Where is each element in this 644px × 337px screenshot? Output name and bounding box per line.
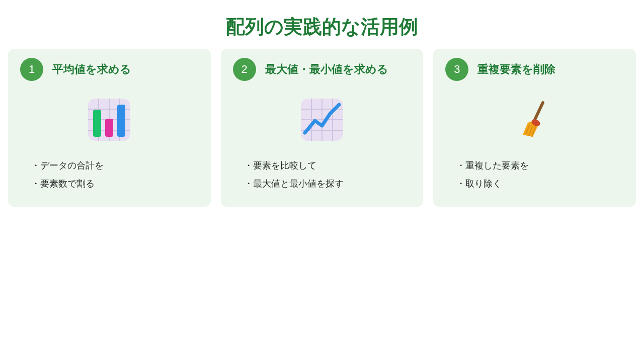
card-minmax: 2 最大値・最小値を求める 要素を比較して 最大値と最小値を探す	[221, 49, 424, 207]
card-header: 2 最大値・最小値を求める	[233, 58, 412, 81]
card-bullets: 要素を比較して 最大値と最小値を探す	[233, 156, 412, 193]
svg-rect-8	[105, 119, 113, 137]
svg-rect-7	[93, 110, 101, 137]
card-title: 平均値を求める	[52, 62, 131, 77]
card-number-badge: 3	[445, 58, 468, 81]
page-title: 配列の実践的な活用例	[0, 0, 644, 49]
bullet-item: 要素を比較して	[253, 156, 412, 175]
bullet-item: 最大値と最小値を探す	[253, 175, 412, 193]
card-title: 重複要素を削除	[477, 62, 555, 77]
svg-rect-9	[117, 105, 125, 137]
bullet-item: 取り除く	[465, 175, 624, 193]
card-header: 1 平均値を求める	[20, 58, 199, 81]
card-number-badge: 2	[233, 58, 256, 81]
card-number-badge: 1	[20, 58, 43, 81]
bullet-item: 重複した要素を	[465, 156, 624, 175]
svg-line-17	[534, 103, 543, 122]
card-bullets: データの合計を 要素数で割る	[20, 156, 199, 193]
line-chart-icon	[233, 92, 412, 147]
card-header: 3 重複要素を削除	[445, 58, 624, 81]
bullet-item: データの合計を	[40, 156, 199, 175]
broom-icon	[445, 92, 624, 147]
bar-chart-icon	[20, 92, 199, 147]
card-title: 最大値・最小値を求める	[265, 62, 388, 77]
cards-row: 1 平均値を求める データの合計を 要素数で割る	[0, 49, 644, 207]
card-average: 1 平均値を求める データの合計を 要素数で割る	[8, 49, 211, 207]
bullet-item: 要素数で割る	[40, 175, 199, 193]
card-dedupe: 3 重複要素を削除 重複した要素を 取り除く	[433, 49, 636, 207]
card-bullets: 重複した要素を 取り除く	[445, 156, 624, 193]
